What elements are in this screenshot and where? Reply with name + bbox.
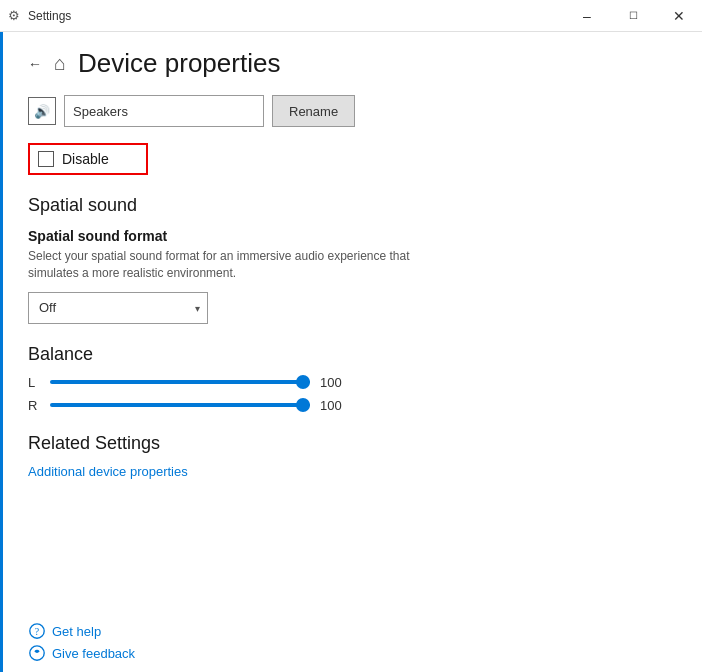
get-help-link[interactable]: Get help <box>52 624 101 639</box>
rename-button[interactable]: Rename <box>272 95 355 127</box>
balance-title: Balance <box>28 344 682 365</box>
balance-left-label: L <box>28 375 40 390</box>
balance-right-label: R <box>28 398 40 413</box>
spatial-sound-section: Spatial sound Spatial sound format Selec… <box>28 195 682 324</box>
home-icon: ⌂ <box>54 52 66 75</box>
accent-bar <box>0 32 3 672</box>
titlebar: ⚙ Settings – ☐ ✕ <box>0 0 702 32</box>
balance-left-track <box>50 380 310 384</box>
titlebar-title: Settings <box>28 9 71 23</box>
titlebar-left: ⚙ Settings <box>8 8 71 23</box>
device-name-input[interactable] <box>64 95 264 127</box>
balance-right-track <box>50 403 310 407</box>
give-feedback-icon <box>28 644 46 662</box>
balance-section: Balance L 100 R 100 <box>28 344 682 413</box>
spatial-sound-description: Select your spatial sound format for an … <box>28 248 458 282</box>
maximize-button[interactable]: ☐ <box>610 0 656 32</box>
settings-icon: ⚙ <box>8 8 20 23</box>
balance-left-row: L 100 <box>28 375 682 390</box>
titlebar-controls: – ☐ ✕ <box>564 0 702 32</box>
disable-label: Disable <box>62 151 109 167</box>
disable-row: Disable <box>28 143 148 175</box>
balance-left-thumb[interactable] <box>296 375 310 389</box>
svg-text:?: ? <box>35 626 39 637</box>
balance-right-row: R 100 <box>28 398 682 413</box>
speaker-icon: 🔊 <box>28 97 56 125</box>
close-button[interactable]: ✕ <box>656 0 702 32</box>
balance-left-value: 100 <box>320 375 350 390</box>
minimize-button[interactable]: – <box>564 0 610 32</box>
page-title: Device properties <box>78 48 280 79</box>
give-feedback-link[interactable]: Give feedback <box>52 646 135 661</box>
related-settings-title: Related Settings <box>28 433 682 454</box>
give-feedback-row[interactable]: Give feedback <box>28 644 135 662</box>
speaker-glyph: 🔊 <box>34 104 50 119</box>
back-button[interactable]: ← <box>28 56 42 72</box>
spatial-sound-dropdown[interactable]: Off Windows Sonic for Headphones Dolby A… <box>28 292 208 324</box>
spatial-sound-format-title: Spatial sound format <box>28 228 682 244</box>
balance-right-thumb[interactable] <box>296 398 310 412</box>
footer-spacer <box>28 500 682 580</box>
main-content: ← ⌂ Device properties 🔊 Rename Disable S… <box>0 32 702 672</box>
device-row: 🔊 Rename <box>28 95 682 127</box>
related-settings-section: Related Settings Additional device prope… <box>28 433 682 480</box>
balance-right-value: 100 <box>320 398 350 413</box>
disable-checkbox[interactable] <box>38 151 54 167</box>
header-row: ← ⌂ Device properties <box>28 48 682 79</box>
get-help-icon: ? <box>28 622 46 640</box>
footer-links: ? Get help Give feedback <box>28 622 135 662</box>
spatial-sound-dropdown-wrapper: Off Windows Sonic for Headphones Dolby A… <box>28 292 208 324</box>
additional-device-properties-link[interactable]: Additional device properties <box>28 464 188 479</box>
spatial-sound-title: Spatial sound <box>28 195 682 216</box>
get-help-row[interactable]: ? Get help <box>28 622 135 640</box>
